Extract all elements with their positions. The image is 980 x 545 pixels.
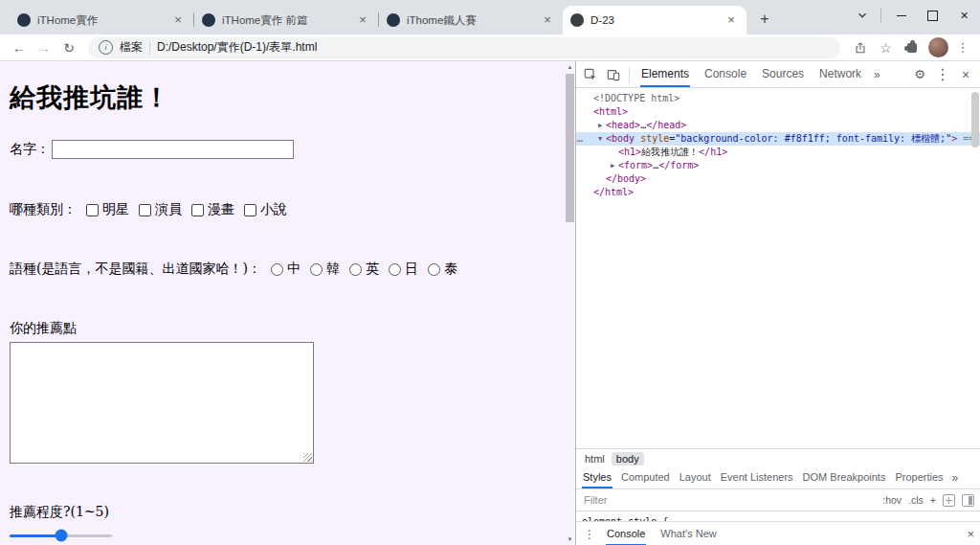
rating-slider[interactable] <box>10 529 112 543</box>
language-option-3: 英 <box>349 261 379 278</box>
drawer-tab-console[interactable]: Console <box>601 522 651 545</box>
devtools-tab-elements[interactable]: Elements <box>635 61 696 87</box>
expand-arrow-icon[interactable]: ▶ <box>607 159 618 172</box>
collapse-arrow-icon[interactable]: ▼ <box>594 132 606 146</box>
tab-properties[interactable]: Properties <box>890 467 947 488</box>
browser-tab-1[interactable]: iTHome實作 × <box>10 6 193 34</box>
language-option-4: 日 <box>389 261 418 278</box>
tree-node[interactable]: <!DOCTYPE html> <box>576 92 980 105</box>
expand-arrow-icon[interactable]: ▶ <box>594 119 606 132</box>
textarea-resize-grip[interactable] <box>303 453 312 462</box>
more-sidebar-tabs-icon[interactable]: » <box>948 471 963 485</box>
profile-avatar[interactable] <box>928 37 948 57</box>
reload-button[interactable]: ↻ <box>57 40 80 56</box>
drawer-tab-whats-new[interactable]: What's New <box>655 522 722 545</box>
radio-english[interactable] <box>349 263 362 276</box>
browser-tab-3[interactable]: iThome鐵人賽 × <box>379 6 563 34</box>
browser-tab-4-active[interactable]: D-23 × <box>563 6 746 34</box>
new-style-rule-button[interactable]: + <box>930 494 936 506</box>
breadcrumb-body[interactable]: body <box>612 452 644 466</box>
devtools-tab-sources[interactable]: Sources <box>755 61 811 87</box>
extensions-puzzle-icon[interactable] <box>900 43 924 53</box>
tab-event-listeners[interactable]: Event Listeners <box>716 467 798 488</box>
tab-layout[interactable]: Layout <box>675 467 716 488</box>
device-toolbar-icon[interactable] <box>603 64 624 85</box>
close-window-button[interactable]: × <box>948 1 980 30</box>
scroll-down-icon[interactable]: ▼ <box>565 534 575 545</box>
dom-breadcrumb: html body <box>576 448 980 467</box>
devtools-close-icon[interactable]: × <box>955 64 976 85</box>
cls-toggle[interactable]: .cls <box>908 494 924 506</box>
forward-button[interactable]: → <box>33 40 56 56</box>
bookmark-star-icon[interactable]: ☆ <box>874 40 898 56</box>
browser-tab-2[interactable]: iTHome實作 前篇 × <box>194 6 378 34</box>
rating-slider-thumb[interactable] <box>55 530 67 542</box>
share-icon[interactable] <box>848 41 872 55</box>
maximize-button[interactable] <box>917 1 948 30</box>
checkbox-novel[interactable] <box>244 204 256 216</box>
drawer-menu-kebab-icon[interactable]: ⋮ <box>582 528 597 541</box>
tree-node[interactable]: </body> <box>576 172 980 186</box>
checkbox-label: 演員 <box>155 201 182 218</box>
language-option-1: 中 <box>271 261 301 278</box>
back-button[interactable]: ← <box>8 40 31 56</box>
tree-node[interactable]: </html> <box>576 186 980 199</box>
node-overflow-dots-icon[interactable]: … <box>577 132 582 146</box>
file-scheme-label: 檔案 <box>120 39 143 56</box>
name-label: 名字： <box>10 141 50 158</box>
address-bar[interactable]: i 檔案 D:/Desktop/實作(D-1)/表單.html <box>88 37 840 58</box>
tree-node[interactable]: <html> <box>576 105 980 119</box>
radio-korean[interactable] <box>310 263 323 276</box>
tab-styles[interactable]: Styles <box>578 467 616 488</box>
tab-title: D-23 <box>590 14 717 26</box>
tab-close-icon[interactable]: × <box>170 12 186 28</box>
name-row: 名字： <box>10 140 565 159</box>
checkbox-label: 漫畫 <box>208 201 234 218</box>
scroll-up-icon[interactable]: ▲ <box>565 61 575 73</box>
devtools-tab-console[interactable]: Console <box>698 61 753 87</box>
devtools-menu-kebab-icon[interactable]: ⋮ <box>932 64 953 85</box>
settings-gear-icon[interactable]: ⚙ <box>909 64 930 85</box>
page-info-icon[interactable]: i <box>99 40 113 55</box>
devtools-tab-network[interactable]: Network <box>813 61 868 87</box>
checkbox-actor[interactable] <box>139 204 151 216</box>
more-tabs-icon[interactable]: » <box>870 68 884 81</box>
minimize-button[interactable] <box>885 1 917 30</box>
devtools-scrollbar-thumb[interactable] <box>971 92 979 148</box>
recommendation-textarea[interactable] <box>10 342 314 464</box>
hov-toggle[interactable]: :hov <box>882 494 902 506</box>
checkbox-comic[interactable] <box>191 204 204 216</box>
browser-menu-kebab-icon[interactable]: ⋮ <box>953 40 972 55</box>
grid-badge-icon[interactable] <box>943 494 955 507</box>
code-token: <h1> <box>618 147 641 157</box>
tree-node[interactable]: ▶<head>…</head> <box>576 119 980 132</box>
category-option-2: 演員 <box>139 201 182 218</box>
checkbox-star[interactable] <box>86 204 99 216</box>
checkbox-label: 小說 <box>260 201 287 218</box>
category-option-3: 漫畫 <box>191 201 234 218</box>
tab-close-icon[interactable]: × <box>355 12 370 28</box>
scrollbar-thumb[interactable] <box>566 74 574 222</box>
page-scrollbar[interactable]: ▲ ▼ <box>565 61 575 545</box>
new-tab-button[interactable]: + <box>752 7 777 32</box>
drawer-close-icon[interactable]: × <box>967 527 974 541</box>
tree-node[interactable]: <h1>給我推坑誰！</h1> <box>576 146 980 159</box>
radio-thai[interactable] <box>428 263 440 276</box>
sidebar-toggle-icon[interactable] <box>962 494 974 507</box>
radio-japanese[interactable] <box>389 263 401 276</box>
name-input[interactable] <box>52 140 294 159</box>
tree-node[interactable]: ▶<form>…</form> <box>576 159 980 172</box>
browser-window: iTHome實作 × iTHome實作 前篇 × iThome鐵人賽 × D-2… <box>0 0 980 545</box>
styles-filter-input[interactable] <box>582 493 876 507</box>
tab-computed[interactable]: Computed <box>616 467 675 488</box>
tab-close-icon[interactable]: × <box>540 12 555 28</box>
tab-close-icon[interactable]: × <box>724 12 739 28</box>
tree-node[interactable]: …▼<body style="background-color: #f8f1ff… <box>576 132 980 146</box>
page-heading: 給我推坑誰！ <box>10 80 565 115</box>
code-token: <body <box>606 133 640 144</box>
inspect-element-icon[interactable] <box>580 64 601 85</box>
breadcrumb-html[interactable]: html <box>580 452 610 466</box>
radio-chinese[interactable] <box>271 263 283 276</box>
tab-search-chevron-icon[interactable] <box>848 1 877 30</box>
tab-dom-breakpoints[interactable]: DOM Breakpoints <box>798 467 891 488</box>
